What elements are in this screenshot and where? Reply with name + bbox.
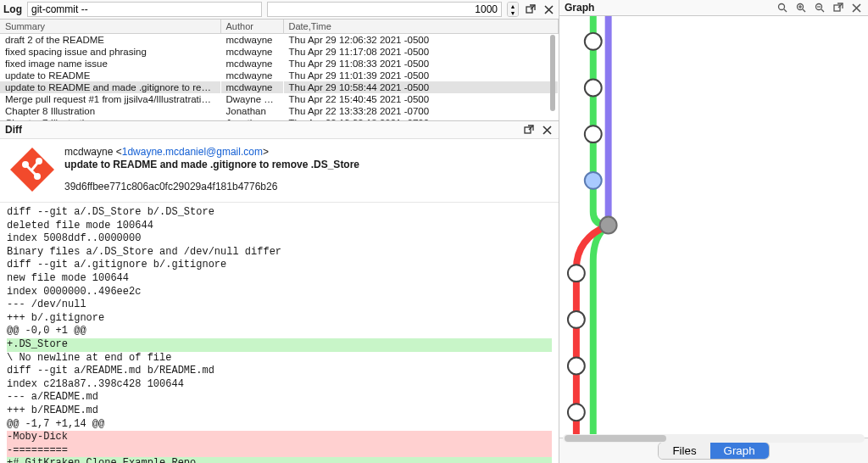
zoom-in-icon[interactable] (794, 3, 808, 13)
table-row[interactable]: Merge pull request #1 from jjsilva4/Illu… (0, 93, 559, 105)
diff-line: index c218a87..398c428 100644 (7, 378, 552, 392)
cell-author: mcdwayne (220, 70, 283, 81)
popout-icon[interactable] (524, 4, 537, 14)
diff-line: +.DS_Store (7, 338, 552, 352)
cell-author: mcdwayne (220, 81, 283, 93)
diff-line: diff --git a/.DS_Store b/.DS_Store (7, 206, 552, 220)
table-row[interactable]: fixed image name issuemcdwayneThu Apr 29… (0, 58, 559, 70)
diff-line: --- /dev/null (7, 298, 552, 312)
diff-line: -Moby-Dick (7, 431, 552, 444)
graph-node[interactable] (600, 217, 617, 234)
diff-line: index 0000000..496ee2c (7, 286, 552, 299)
graph-node[interactable] (585, 126, 602, 142)
table-row[interactable]: fixed spacing issue and phrasingmcdwayne… (0, 46, 559, 58)
log-limit-input[interactable] (267, 2, 502, 17)
commit-table[interactable]: Summary Author Date,Time draft 2 of the … (0, 20, 559, 121)
diff-line: diff --git a/README.md b/README.md (7, 365, 552, 378)
view-toggle[interactable]: Files Graph (658, 442, 769, 460)
popout-icon[interactable] (832, 3, 845, 13)
graph-node[interactable] (568, 404, 585, 421)
close-icon[interactable] (541, 126, 554, 135)
svg-line-12 (803, 9, 805, 12)
table-row[interactable]: Chapter 7 IllustrationsJonathanThu Apr 2… (0, 117, 559, 121)
cell-date: Thu Apr 22 15:40:45 2021 -0500 (283, 93, 559, 105)
col-summary[interactable]: Summary (0, 20, 220, 34)
diff-line: +++ b/.gitignore (7, 312, 552, 326)
diff-body[interactable]: diff --git a/.DS_Store b/.DS_Storedelete… (0, 203, 559, 463)
graph-canvas[interactable] (559, 16, 868, 438)
log-label: Log (3, 3, 22, 15)
tab-files[interactable]: Files (659, 443, 709, 459)
zoom-fit-icon[interactable] (776, 3, 789, 13)
cell-date: Thu Apr 22 13:33:28 2021 -0700 (283, 105, 559, 117)
col-date[interactable]: Date,Time (283, 20, 559, 34)
diff-line: --- a/README.md (7, 391, 552, 404)
left-panel: Log ▲ ▼ Summary Author Date,Time (0, 0, 559, 463)
cell-summary: Merge pull request #1 from jjsilva4/Illu… (0, 93, 220, 105)
stepper-down-icon[interactable]: ▼ (508, 9, 518, 16)
cell-summary: fixed spacing issue and phrasing (0, 46, 220, 58)
graph-header: Graph (559, 0, 868, 16)
svg-rect-18 (834, 5, 840, 11)
log-header: Log ▲ ▼ (0, 0, 559, 20)
commit-meta: cola mcdwayne <1dwayne.mcdaniel@gmail.co… (0, 139, 559, 203)
graph-node[interactable] (585, 172, 602, 189)
graph-hscrollbar[interactable] (563, 434, 865, 443)
graph-node[interactable] (585, 80, 602, 97)
cell-date: Thu Apr 29 10:58:44 2021 -0500 (283, 81, 559, 93)
diff-line: @@ -0,0 +1 @@ (7, 325, 552, 338)
close-icon[interactable] (542, 5, 555, 14)
popout-icon[interactable] (522, 125, 536, 135)
graph-label: Graph (565, 2, 594, 14)
table-row[interactable]: update to README and made .gitignore to … (0, 81, 559, 93)
col-author[interactable]: Author (220, 20, 283, 34)
cell-date: Thu Apr 29 11:01:39 2021 -0500 (283, 70, 559, 81)
svg-point-9 (779, 4, 785, 10)
graph-node[interactable] (568, 265, 585, 282)
diff-line: Binary files a/.DS_Store and /dev/null d… (7, 246, 552, 259)
git-cola-icon: cola (8, 146, 56, 193)
cell-date: Thu Apr 29 12:06:32 2021 -0500 (283, 34, 559, 47)
commit-table-wrap: Summary Author Date,Time draft 2 of the … (0, 20, 559, 121)
graph-node[interactable] (585, 33, 602, 50)
svg-rect-0 (526, 7, 532, 13)
commit-meta-lines: mcdwayne <1dwayne.mcdaniel@gmail.com> up… (64, 146, 359, 193)
diff-line: \ No newline at end of file (7, 352, 552, 365)
commit-author: mcdwayne <1dwayne.mcdaniel@gmail.com> (64, 146, 359, 158)
tab-graph[interactable]: Graph (710, 443, 769, 459)
graph-node[interactable] (568, 358, 585, 375)
diff-line: deleted file mode 100644 (7, 220, 552, 233)
commit-author-email[interactable]: 1dwayne.mcdaniel@gmail.com (122, 146, 263, 158)
diff-line: +# GitKraken Clone Example Repo (7, 457, 552, 463)
cell-summary: draft 2 of the README (0, 34, 220, 47)
diff-line: new file mode 100644 (7, 272, 552, 286)
stepper-up-icon[interactable]: ▲ (508, 3, 518, 9)
table-row[interactable]: Chapter 8 IllustrationJonathanThu Apr 22… (0, 105, 559, 117)
cell-author: Dwayne Mc… (220, 93, 283, 105)
table-row[interactable]: update to READMEmcdwayneThu Apr 29 11:01… (0, 70, 559, 81)
graph-hscroll-thumb[interactable] (565, 435, 666, 442)
diff-line: +++ b/README.md (7, 404, 552, 418)
diff-line: @@ -1,7 +1,14 @@ (7, 418, 552, 432)
zoom-out-icon[interactable] (813, 3, 826, 13)
close-icon[interactable] (850, 3, 863, 13)
cell-summary: update to README and made .gitignore to … (0, 81, 220, 93)
commit-subject: update to README and made .gitignore to … (64, 159, 359, 170)
log-limit-stepper[interactable]: ▲ ▼ (507, 2, 519, 17)
svg-line-16 (821, 9, 824, 12)
diff-label: Diff (5, 124, 22, 136)
cell-author: mcdwayne (220, 34, 283, 47)
commit-scrollbar[interactable] (550, 35, 557, 119)
right-panel: Graph Files Graph (559, 0, 868, 463)
cell-date: Thu Apr 29 11:17:08 2021 -0500 (283, 46, 559, 58)
graph-node[interactable] (568, 311, 585, 328)
cell-date: Thu Apr 29 11:08:33 2021 -0500 (283, 58, 559, 70)
cell-summary: update to README (0, 70, 220, 81)
commit-sha: 39d6ffbee771c806ac0fc29029a4f181b4776b26 (64, 181, 359, 192)
log-search-input[interactable] (27, 2, 262, 17)
cell-author: Jonathan (220, 117, 283, 121)
commit-scroll-thumb[interactable] (550, 35, 555, 111)
table-row[interactable]: draft 2 of the READMEmcdwayneThu Apr 29 … (0, 34, 559, 47)
svg-rect-1 (525, 127, 531, 133)
cell-author: mcdwayne (220, 46, 283, 58)
